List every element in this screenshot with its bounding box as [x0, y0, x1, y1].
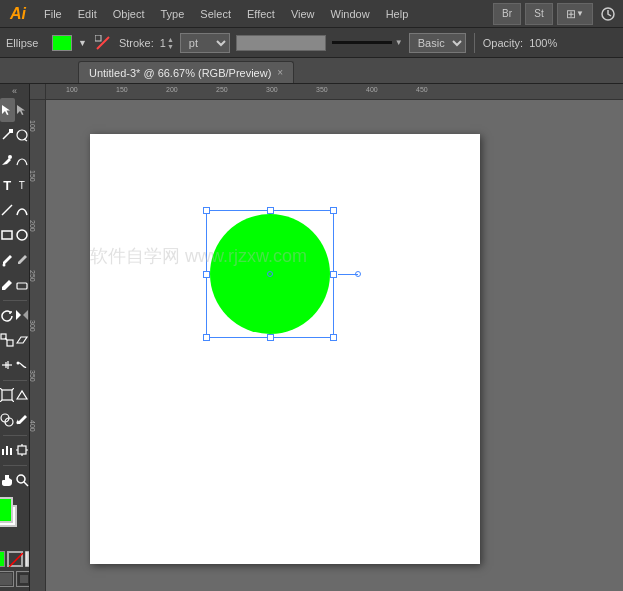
- line-style-arrow[interactable]: ▼: [395, 38, 403, 47]
- svg-line-12: [5, 338, 7, 340]
- foreground-color-swatch[interactable]: [0, 497, 13, 523]
- toolbar-collapse[interactable]: «: [12, 86, 17, 96]
- toolbar-separator-3: [3, 435, 27, 436]
- bridge-button[interactable]: Br: [493, 3, 521, 25]
- svg-rect-24: [18, 446, 26, 454]
- svg-point-7: [17, 230, 27, 240]
- artboard-tool[interactable]: [15, 438, 30, 462]
- shear-tool[interactable]: [15, 328, 30, 352]
- stroke-label: Stroke:: [119, 37, 154, 49]
- curvature-tool[interactable]: [15, 148, 30, 172]
- menu-view[interactable]: View: [283, 6, 323, 22]
- app-logo: Ai: [4, 5, 32, 23]
- svg-rect-21: [2, 449, 4, 455]
- hand-tool[interactable]: [0, 468, 15, 492]
- menu-help[interactable]: Help: [378, 6, 417, 22]
- sync-icon[interactable]: [597, 3, 619, 25]
- color-area: ◪ ⇄: [0, 497, 30, 547]
- live-paint-tool[interactable]: [15, 408, 30, 432]
- svg-rect-23: [10, 448, 12, 455]
- toolbar-separator-4: [3, 465, 27, 466]
- eraser-tool[interactable]: [15, 273, 30, 297]
- svg-rect-9: [17, 283, 27, 289]
- menu-edit[interactable]: Edit: [70, 6, 105, 22]
- svg-point-13: [16, 362, 19, 365]
- tab-bar: Untitled-3* @ 66.67% (RGB/Preview) ×: [0, 58, 623, 84]
- graph-tool[interactable]: [0, 438, 15, 462]
- scale-tool[interactable]: [0, 328, 15, 352]
- width-tool[interactable]: [0, 353, 15, 377]
- svg-rect-11: [7, 340, 13, 346]
- svg-line-31: [9, 553, 23, 567]
- stroke-units-dropdown[interactable]: pt px mm: [180, 33, 230, 53]
- blob-tool[interactable]: [15, 248, 30, 272]
- opacity-value: 100%: [529, 37, 561, 49]
- opacity-label: Opacity:: [483, 37, 523, 49]
- separator: [474, 33, 475, 53]
- ellipse-object[interactable]: [210, 214, 330, 334]
- warp-tool[interactable]: [0, 123, 15, 147]
- svg-point-29: [17, 475, 25, 483]
- fill-color-swatch[interactable]: [52, 35, 72, 51]
- svg-point-3: [17, 130, 27, 140]
- svg-point-4: [8, 155, 12, 159]
- document-tab[interactable]: Untitled-3* @ 66.67% (RGB/Preview) ×: [78, 61, 294, 83]
- stock-button[interactable]: St: [525, 3, 553, 25]
- type-tool[interactable]: T: [0, 173, 15, 197]
- workspace-switcher[interactable]: ⊞ ▼: [557, 3, 593, 25]
- main-area: « T: [0, 84, 623, 591]
- ruler-horizontal: 100 150 200 250 300 350 400 450: [46, 84, 623, 100]
- rotate-tool[interactable]: [0, 303, 15, 327]
- draw-behind-icon[interactable]: [16, 571, 31, 587]
- zoom-tool[interactable]: [15, 468, 30, 492]
- reflect-tool[interactable]: [15, 303, 30, 327]
- arc-tool[interactable]: [15, 198, 30, 222]
- touch-type-tool[interactable]: T: [15, 173, 30, 197]
- svg-rect-22: [6, 446, 8, 455]
- toolbar-separator-1: [3, 300, 27, 301]
- svg-rect-6: [2, 231, 12, 239]
- toolbar: « T: [0, 84, 30, 591]
- ruler-corner: [30, 84, 46, 100]
- menu-file[interactable]: File: [36, 6, 70, 22]
- canvas-area[interactable]: 100 150 200 250 300 350 400 450 100 150 …: [30, 84, 623, 591]
- svg-point-8: [3, 264, 6, 267]
- perspective-tool[interactable]: [15, 383, 30, 407]
- menu-effect[interactable]: Effect: [239, 6, 283, 22]
- shape-type-label: Ellipse: [6, 37, 46, 49]
- color-mode-group: [0, 551, 30, 567]
- style-dropdown[interactable]: Basic: [409, 33, 466, 53]
- color-fill-icon[interactable]: [0, 551, 5, 567]
- tab-close-button[interactable]: ×: [277, 67, 283, 78]
- menu-object[interactable]: Object: [105, 6, 153, 22]
- shape-builder-tool[interactable]: [0, 408, 15, 432]
- free-transform-tool[interactable]: [0, 383, 15, 407]
- svg-line-15: [0, 388, 2, 390]
- menu-select[interactable]: Select: [192, 6, 239, 22]
- stroke-style-preview: [236, 35, 326, 51]
- svg-rect-1: [95, 35, 101, 41]
- rectangle-tool[interactable]: [0, 223, 15, 247]
- ellipse-tool[interactable]: [15, 223, 30, 247]
- fill-dropdown-arrow[interactable]: ▼: [78, 38, 87, 48]
- line-weight-preview: [332, 41, 392, 44]
- menu-type[interactable]: Type: [153, 6, 193, 22]
- pen-tool[interactable]: [0, 148, 15, 172]
- line-style-group: ▼: [332, 38, 403, 47]
- stroke-width-spinner[interactable]: ▲ ▼: [167, 36, 174, 50]
- select-tool[interactable]: [0, 98, 15, 122]
- svg-rect-35: [20, 575, 28, 583]
- view-mode-group: [0, 571, 30, 587]
- svg-rect-33: [0, 573, 12, 585]
- pencil-tool[interactable]: [0, 273, 15, 297]
- lasso-tool[interactable]: [15, 123, 30, 147]
- stroke-icon: [95, 35, 111, 51]
- warp2-tool[interactable]: [15, 353, 30, 377]
- normal-mode-icon[interactable]: [0, 571, 14, 587]
- menu-window[interactable]: Window: [323, 6, 378, 22]
- paintbrush-tool[interactable]: [0, 248, 15, 272]
- none-fill-icon[interactable]: [7, 551, 23, 567]
- ellipse-shape: [210, 214, 330, 334]
- direct-select-tool[interactable]: [15, 98, 30, 122]
- line-tool[interactable]: [0, 198, 15, 222]
